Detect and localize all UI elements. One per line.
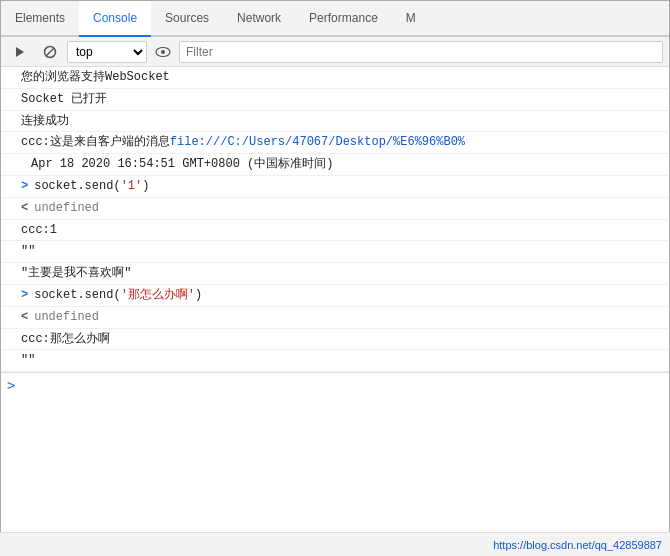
console-input[interactable] — [19, 378, 663, 392]
console-output-line: < undefined — [1, 198, 669, 220]
file-link[interactable]: file:///C:/Users/47067/Desktop/%E6%96%B0… — [170, 135, 465, 149]
console-line: ccc:1 — [1, 220, 669, 242]
svg-marker-0 — [16, 47, 24, 57]
console-line: 连接成功 — [1, 111, 669, 133]
tab-network[interactable]: Network — [223, 1, 295, 37]
tab-more[interactable]: M — [392, 1, 430, 37]
console-line: Socket 已打开 — [1, 89, 669, 111]
block-icon — [43, 45, 57, 59]
svg-point-4 — [161, 50, 165, 54]
tab-bar: Elements Console Sources Network Perform… — [1, 1, 669, 37]
status-url[interactable]: https://blog.csdn.net/qq_42859887 — [493, 539, 662, 551]
console-line: 您的浏览器支持WebSocket — [1, 67, 669, 89]
filter-input[interactable] — [179, 41, 663, 63]
console-line: "" — [1, 350, 669, 372]
context-selector[interactable]: top — [67, 41, 147, 63]
console-line: Apr 18 2020 16:54:51 GMT+0800 (中国标准时间) — [1, 154, 669, 176]
console-input-prompt-icon: > — [7, 377, 15, 393]
console-line: ccc:那怎么办啊 — [1, 329, 669, 351]
block-button[interactable] — [37, 39, 63, 65]
console-input-row: > — [1, 372, 669, 397]
svg-line-2 — [46, 48, 54, 56]
console-line: "主要是我不喜欢啊" — [1, 263, 669, 285]
console-output: 您的浏览器支持WebSocket Socket 已打开 连接成功 ccc:这是来… — [1, 67, 669, 533]
console-toolbar: top — [1, 37, 669, 67]
tab-console[interactable]: Console — [79, 1, 151, 37]
eye-button[interactable] — [151, 41, 175, 63]
console-input-line: > socket.send('那怎么办啊') — [1, 285, 669, 307]
tab-elements[interactable]: Elements — [1, 1, 79, 37]
console-output-line: < undefined — [1, 307, 669, 329]
console-line: ccc:这是来自客户端的消息file:///C:/Users/47067/Des… — [1, 132, 669, 154]
eye-icon — [155, 46, 171, 58]
status-bar: https://blog.csdn.net/qq_42859887 — [0, 532, 670, 556]
tab-sources[interactable]: Sources — [151, 1, 223, 37]
tab-performance[interactable]: Performance — [295, 1, 392, 37]
console-line: "" — [1, 241, 669, 263]
clear-console-button[interactable] — [7, 39, 33, 65]
play-icon — [13, 45, 27, 59]
console-input-line: > socket.send('1') — [1, 176, 669, 198]
